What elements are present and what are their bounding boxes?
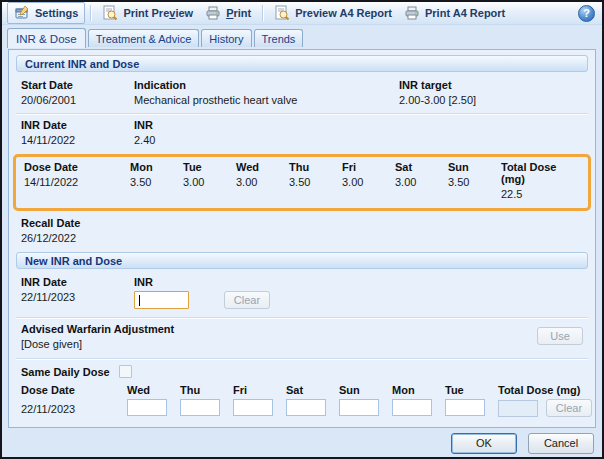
dose-input-tue[interactable] [445, 399, 485, 416]
new-inr-date-label: INR Date [21, 276, 134, 288]
inr-date-label: INR Date [21, 119, 134, 131]
dose-input-sat[interactable] [286, 399, 326, 416]
day-header: Mon [130, 161, 183, 173]
preview-a4-report-label: Preview A4 Report [295, 7, 392, 19]
day-header: Sat [286, 384, 339, 396]
print-preview-icon [102, 5, 118, 21]
current-info-row: Start Date 20/06/2001 Indication Mechani… [16, 76, 588, 112]
inr-date-value: 14/11/2022 [21, 134, 134, 146]
toolbar-separator [262, 5, 263, 21]
day-header: Fri [233, 384, 286, 396]
divider [16, 113, 588, 114]
print-a4-report-label: Print A4 Report [425, 7, 505, 19]
tab-treatment-advice[interactable]: Treatment & Advice [88, 29, 200, 47]
dialog-footer: OK Cancel [451, 433, 594, 454]
dose-value: 3.00 [395, 176, 448, 188]
inr-target-label: INR target [399, 79, 583, 91]
toolbar: Settings Print Preview Print Preview A4 … [2, 2, 602, 25]
print-preview-button[interactable]: Print Preview [96, 3, 199, 23]
dose-value: 3.00 [183, 176, 236, 188]
dose-input-mon[interactable] [392, 399, 432, 416]
use-button[interactable]: Use [537, 327, 583, 345]
inr-target-value: 2.00-3.00 [2.50] [399, 94, 583, 106]
recall-date-label: Recall Date [21, 217, 583, 229]
tab-history[interactable]: History [201, 29, 251, 47]
print-button[interactable]: Print [199, 3, 257, 23]
dose-input-wed[interactable] [127, 399, 167, 416]
toolbar-separator [90, 5, 91, 21]
dose-input-sun[interactable] [339, 399, 379, 416]
dose-value: 3.00 [342, 176, 395, 188]
total-dose-value: 22.5 [501, 188, 580, 200]
day-header: Thu [180, 384, 233, 396]
tab-inr-dose[interactable]: INR & Dose [7, 28, 86, 48]
day-header: Sun [448, 161, 501, 173]
dose-value: 3.00 [236, 176, 289, 188]
new-recall-row: Recall Date [16, 417, 588, 428]
dose-date-value: 14/11/2022 [24, 176, 130, 188]
clear-dose-button[interactable]: Clear [546, 399, 592, 417]
same-daily-dose-label: Same Daily Dose [21, 366, 110, 378]
help-button[interactable]: ? [578, 5, 595, 22]
divider [16, 317, 588, 318]
current-dose-highlight-box: Dose Date 14/11/2022 Mon3.50 Tue3.00 Wed… [13, 154, 591, 211]
inr-value: 2.40 [134, 134, 583, 146]
inr-label: INR [134, 119, 583, 131]
current-inr-row: INR Date 14/11/2022 INR 2.40 [16, 115, 588, 152]
current-dose-row: Dose Date 14/11/2022 Mon3.50 Tue3.00 Wed… [24, 161, 580, 200]
same-daily-dose-checkbox[interactable] [119, 365, 132, 378]
day-header: Fri [342, 161, 395, 173]
question-mark-icon: ? [583, 7, 590, 19]
new-dose-date-label: Dose Date [21, 384, 127, 396]
start-date-value: 20/06/2001 [21, 94, 134, 106]
dose-value: 3.50 [448, 176, 501, 188]
printer-icon [404, 5, 420, 21]
same-daily-dose-row: Same Daily Dose [16, 360, 588, 382]
print-label: Print [226, 7, 251, 19]
day-header: Thu [289, 161, 342, 173]
advised-adjustment-row: Advised Warfarin Adjustment [Dose given]… [16, 319, 588, 357]
new-inr-input[interactable] [134, 291, 189, 309]
indication-value: Mechanical prosthetic heart valve [134, 94, 399, 106]
day-header: Wed [236, 161, 289, 173]
settings-icon [14, 5, 30, 21]
inr-dose-window: Settings Print Preview Print Preview A4 … [0, 0, 604, 459]
day-header: Sun [339, 384, 392, 396]
new-total-dose-label: Total Dose (mg) [498, 384, 592, 396]
new-total-dose-field [498, 400, 538, 417]
dose-value: 3.50 [130, 176, 183, 188]
day-header: Sat [395, 161, 448, 173]
clear-inr-button[interactable]: Clear [224, 291, 270, 309]
preview-a4-report-button[interactable]: Preview A4 Report [268, 3, 398, 23]
tab-strip: INR & Dose Treatment & Advice History Tr… [2, 25, 602, 47]
inr-dose-tab-page: Current INR and Dose Start Date 20/06/20… [8, 49, 596, 428]
print-preview-label: Print Preview [123, 7, 193, 19]
dose-input-thu[interactable] [180, 399, 220, 416]
cancel-button[interactable]: Cancel [528, 433, 594, 454]
settings-button[interactable]: Settings [7, 2, 85, 24]
ok-button[interactable]: OK [451, 433, 517, 454]
current-inr-dose-header: Current INR and Dose [16, 55, 588, 72]
preview-report-icon [274, 5, 290, 21]
current-recall-row: Recall Date 26/12/2022 [16, 213, 588, 250]
new-recall-date-label: Recall Date [21, 427, 583, 428]
text-caret [139, 295, 140, 306]
new-inr-row: INR Date 22/11/2023 INR Clear [16, 273, 588, 316]
tab-trends[interactable]: Trends [254, 29, 304, 47]
day-header: Tue [183, 161, 236, 173]
day-header: Mon [392, 384, 445, 396]
divider [16, 358, 588, 359]
printer-icon [205, 5, 221, 21]
advised-warfarin-label: Advised Warfarin Adjustment [21, 323, 537, 335]
dose-input-fri[interactable] [233, 399, 273, 416]
new-dose-row: Dose Date 22/11/2023 Wed Thu Fri Sat Sun… [16, 382, 588, 417]
print-a4-report-button[interactable]: Print A4 Report [398, 3, 511, 23]
new-inr-dose-header: New INR and Dose [16, 252, 588, 269]
new-dose-date-value: 22/11/2023 [21, 403, 127, 415]
indication-label: Indication [134, 79, 399, 91]
recall-date-value: 26/12/2022 [21, 232, 583, 244]
dose-date-label: Dose Date [24, 161, 130, 173]
dose-value: 3.50 [289, 176, 342, 188]
new-inr-label: INR [134, 276, 224, 288]
new-inr-date-value: 22/11/2023 [21, 291, 134, 303]
